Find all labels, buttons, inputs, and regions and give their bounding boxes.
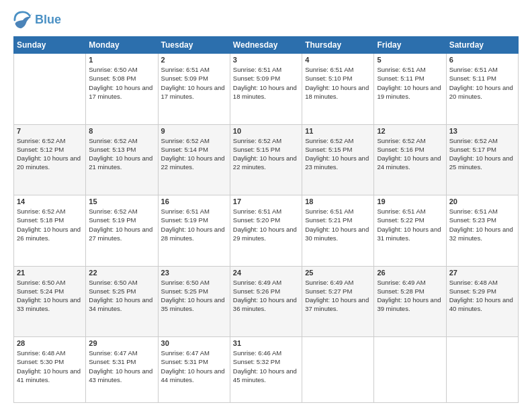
weekday-header-monday: Monday xyxy=(86,37,158,54)
day-info: Sunrise: 6:51 AMSunset: 5:23 PMDaylight:… xyxy=(449,207,515,242)
day-info: Sunrise: 6:52 AMSunset: 5:15 PMDaylight:… xyxy=(305,136,371,172)
calendar-cell xyxy=(302,337,374,403)
logo-line2: Blue xyxy=(35,13,61,27)
day-number: 16 xyxy=(161,197,227,205)
week-row-3: 14Sunrise: 6:52 AMSunset: 5:18 PMDayligh… xyxy=(14,195,519,267)
week-row-5: 28Sunrise: 6:48 AMSunset: 5:30 PMDayligh… xyxy=(14,337,519,403)
calendar-cell: 6Sunrise: 6:51 AMSunset: 5:11 PMDaylight… xyxy=(446,54,518,125)
calendar-cell: 19Sunrise: 6:51 AMSunset: 5:22 PMDayligh… xyxy=(374,195,446,267)
day-info: Sunrise: 6:49 AMSunset: 5:28 PMDaylight:… xyxy=(377,278,443,314)
week-row-2: 7Sunrise: 6:52 AMSunset: 5:12 PMDaylight… xyxy=(14,124,519,195)
day-info: Sunrise: 6:51 AMSunset: 5:10 PMDaylight:… xyxy=(305,65,371,101)
weekday-header-thursday: Thursday xyxy=(302,37,374,54)
calendar-cell: 8Sunrise: 6:52 AMSunset: 5:13 PMDaylight… xyxy=(86,124,158,195)
calendar-cell: 5Sunrise: 6:51 AMSunset: 5:11 PMDaylight… xyxy=(374,54,446,125)
weekday-header-row: SundayMondayTuesdayWednesdayThursdayFrid… xyxy=(14,37,519,54)
calendar-cell: 15Sunrise: 6:52 AMSunset: 5:19 PMDayligh… xyxy=(86,195,158,267)
logo: Blue xyxy=(13,11,61,30)
calendar-cell: 29Sunrise: 6:47 AMSunset: 5:31 PMDayligh… xyxy=(86,337,158,403)
day-number: 14 xyxy=(17,197,83,205)
day-number: 24 xyxy=(233,269,299,277)
day-info: Sunrise: 6:52 AMSunset: 5:18 PMDaylight:… xyxy=(17,207,83,242)
day-info: Sunrise: 6:51 AMSunset: 5:11 PMDaylight:… xyxy=(449,65,515,101)
weekday-header-tuesday: Tuesday xyxy=(158,37,230,54)
day-number: 17 xyxy=(233,197,299,205)
calendar-cell: 2Sunrise: 6:51 AMSunset: 5:09 PMDaylight… xyxy=(158,54,230,125)
calendar-cell: 24Sunrise: 6:49 AMSunset: 5:26 PMDayligh… xyxy=(230,266,302,337)
day-number: 10 xyxy=(233,127,299,135)
day-number: 1 xyxy=(89,56,154,64)
calendar-cell: 25Sunrise: 6:49 AMSunset: 5:27 PMDayligh… xyxy=(302,266,374,337)
header: Blue xyxy=(13,11,519,30)
day-info: Sunrise: 6:52 AMSunset: 5:19 PMDaylight:… xyxy=(89,207,154,242)
day-number: 28 xyxy=(17,339,83,347)
day-info: Sunrise: 6:51 AMSunset: 5:09 PMDaylight:… xyxy=(233,65,299,101)
calendar-cell: 26Sunrise: 6:49 AMSunset: 5:28 PMDayligh… xyxy=(374,266,446,337)
calendar-cell: 23Sunrise: 6:50 AMSunset: 5:25 PMDayligh… xyxy=(158,266,230,337)
day-number: 7 xyxy=(17,127,83,135)
day-number: 8 xyxy=(89,127,154,135)
day-number: 19 xyxy=(377,197,443,205)
day-number: 15 xyxy=(89,197,154,205)
day-number: 18 xyxy=(305,197,371,205)
weekday-header-friday: Friday xyxy=(374,37,446,54)
calendar-cell: 12Sunrise: 6:52 AMSunset: 5:16 PMDayligh… xyxy=(374,124,446,195)
day-info: Sunrise: 6:52 AMSunset: 5:12 PMDaylight:… xyxy=(17,136,83,172)
day-info: Sunrise: 6:47 AMSunset: 5:31 PMDaylight:… xyxy=(89,349,154,384)
calendar-cell: 11Sunrise: 6:52 AMSunset: 5:15 PMDayligh… xyxy=(302,124,374,195)
day-number: 30 xyxy=(161,339,227,347)
day-info: Sunrise: 6:50 AMSunset: 5:25 PMDaylight:… xyxy=(161,278,227,314)
calendar-cell: 1Sunrise: 6:50 AMSunset: 5:08 PMDaylight… xyxy=(86,54,158,125)
day-number: 12 xyxy=(377,127,443,135)
day-info: Sunrise: 6:51 AMSunset: 5:22 PMDaylight:… xyxy=(377,207,443,242)
day-info: Sunrise: 6:50 AMSunset: 5:24 PMDaylight:… xyxy=(17,278,83,314)
day-number: 2 xyxy=(161,56,227,64)
day-info: Sunrise: 6:52 AMSunset: 5:15 PMDaylight:… xyxy=(233,136,299,172)
day-info: Sunrise: 6:52 AMSunset: 5:16 PMDaylight:… xyxy=(377,136,443,172)
day-number: 5 xyxy=(377,56,443,64)
calendar-cell: 16Sunrise: 6:51 AMSunset: 5:19 PMDayligh… xyxy=(158,195,230,267)
week-row-4: 21Sunrise: 6:50 AMSunset: 5:24 PMDayligh… xyxy=(14,266,519,337)
calendar-cell xyxy=(446,337,518,403)
day-info: Sunrise: 6:51 AMSunset: 5:19 PMDaylight:… xyxy=(161,207,227,242)
day-number: 27 xyxy=(449,269,515,277)
day-info: Sunrise: 6:49 AMSunset: 5:26 PMDaylight:… xyxy=(233,278,299,314)
day-number: 23 xyxy=(161,269,227,277)
day-number: 3 xyxy=(233,56,299,64)
calendar-table: SundayMondayTuesdayWednesdayThursdayFrid… xyxy=(13,36,519,403)
calendar-cell: 4Sunrise: 6:51 AMSunset: 5:10 PMDaylight… xyxy=(302,54,374,125)
day-number: 9 xyxy=(161,127,227,135)
day-info: Sunrise: 6:52 AMSunset: 5:14 PMDaylight:… xyxy=(161,136,227,172)
calendar-cell: 3Sunrise: 6:51 AMSunset: 5:09 PMDaylight… xyxy=(230,54,302,125)
day-number: 21 xyxy=(17,269,83,277)
day-info: Sunrise: 6:48 AMSunset: 5:29 PMDaylight:… xyxy=(449,278,515,314)
calendar-cell: 27Sunrise: 6:48 AMSunset: 5:29 PMDayligh… xyxy=(446,266,518,337)
weekday-header-saturday: Saturday xyxy=(446,37,518,54)
day-number: 6 xyxy=(449,56,515,64)
day-number: 26 xyxy=(377,269,443,277)
page: Blue SundayMondayTuesdayWednesdayThursda… xyxy=(0,0,532,411)
weekday-header-wednesday: Wednesday xyxy=(230,37,302,54)
day-info: Sunrise: 6:48 AMSunset: 5:30 PMDaylight:… xyxy=(17,349,83,384)
day-number: 13 xyxy=(449,127,515,135)
calendar-cell: 9Sunrise: 6:52 AMSunset: 5:14 PMDaylight… xyxy=(158,124,230,195)
weekday-header-sunday: Sunday xyxy=(14,37,86,54)
calendar-cell: 30Sunrise: 6:47 AMSunset: 5:31 PMDayligh… xyxy=(158,337,230,403)
calendar-cell: 17Sunrise: 6:51 AMSunset: 5:20 PMDayligh… xyxy=(230,195,302,267)
calendar-cell: 28Sunrise: 6:48 AMSunset: 5:30 PMDayligh… xyxy=(14,337,86,403)
day-info: Sunrise: 6:50 AMSunset: 5:08 PMDaylight:… xyxy=(89,65,154,101)
day-number: 11 xyxy=(305,127,371,135)
day-info: Sunrise: 6:47 AMSunset: 5:31 PMDaylight:… xyxy=(161,349,227,384)
day-number: 20 xyxy=(449,197,515,205)
calendar-cell: 7Sunrise: 6:52 AMSunset: 5:12 PMDaylight… xyxy=(14,124,86,195)
week-row-1: 1Sunrise: 6:50 AMSunset: 5:08 PMDaylight… xyxy=(14,54,519,125)
day-info: Sunrise: 6:51 AMSunset: 5:11 PMDaylight:… xyxy=(377,65,443,101)
calendar-cell: 10Sunrise: 6:52 AMSunset: 5:15 PMDayligh… xyxy=(230,124,302,195)
calendar-cell: 31Sunrise: 6:46 AMSunset: 5:32 PMDayligh… xyxy=(230,337,302,403)
day-info: Sunrise: 6:49 AMSunset: 5:27 PMDaylight:… xyxy=(305,278,371,314)
day-info: Sunrise: 6:46 AMSunset: 5:32 PMDaylight:… xyxy=(233,349,299,384)
day-info: Sunrise: 6:51 AMSunset: 5:09 PMDaylight:… xyxy=(161,65,227,101)
day-info: Sunrise: 6:51 AMSunset: 5:21 PMDaylight:… xyxy=(305,207,371,242)
day-info: Sunrise: 6:50 AMSunset: 5:25 PMDaylight:… xyxy=(89,278,154,314)
calendar-cell: 22Sunrise: 6:50 AMSunset: 5:25 PMDayligh… xyxy=(86,266,158,337)
